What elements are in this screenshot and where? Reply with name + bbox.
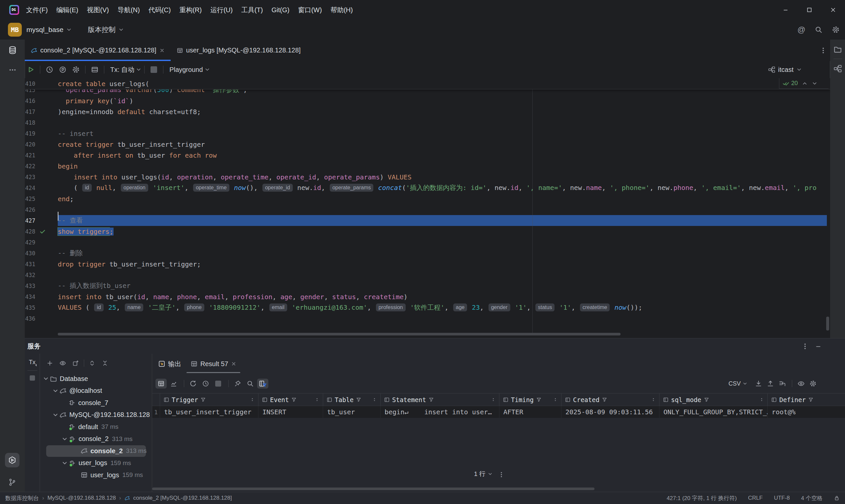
filter-icon[interactable] bbox=[356, 397, 362, 402]
settings-gear-icon[interactable] bbox=[832, 26, 840, 34]
chevron-down-icon[interactable] bbox=[52, 412, 59, 418]
services-tool-button[interactable] bbox=[5, 453, 19, 467]
code-line[interactable]: 425end; bbox=[25, 193, 830, 204]
code-line[interactable]: 423 insert into user_logs(id, operation,… bbox=[25, 172, 830, 182]
vcs-widget[interactable]: 版本控制 bbox=[88, 25, 116, 34]
filter-icon[interactable] bbox=[428, 397, 434, 402]
menu-item[interactable]: 重构(R) bbox=[175, 6, 206, 15]
menu-item[interactable]: 编辑(E) bbox=[52, 6, 83, 15]
code-editor[interactable]: 415 operate_params varchar(500) comment … bbox=[25, 78, 830, 338]
menu-item[interactable]: 视图(V) bbox=[83, 6, 113, 15]
next-problem-icon[interactable] bbox=[812, 80, 817, 86]
column-header-event[interactable]: Event bbox=[258, 394, 323, 406]
cell-created[interactable]: 2025-08-09 09:03:11.56 bbox=[561, 406, 659, 418]
chevron-down-icon[interactable] bbox=[52, 388, 59, 394]
mentions-icon[interactable]: @ bbox=[797, 25, 805, 34]
filter-icon[interactable] bbox=[704, 397, 709, 402]
maximize-button[interactable] bbox=[797, 0, 821, 20]
code-line[interactable]: 420create trigger tb_user_insert_trigger bbox=[25, 139, 830, 150]
cell-timing[interactable]: AFTER bbox=[499, 406, 561, 418]
chart-view-button[interactable] bbox=[168, 379, 179, 389]
chevron-down-icon[interactable] bbox=[42, 375, 49, 382]
column-header-definer[interactable]: Definer bbox=[768, 394, 845, 406]
in-editor-results-icon[interactable] bbox=[90, 65, 99, 74]
filter-icon[interactable] bbox=[808, 397, 814, 402]
sort-icon[interactable] bbox=[372, 397, 377, 402]
project-folder-icon[interactable] bbox=[833, 45, 842, 53]
explain-plan-icon[interactable] bbox=[58, 65, 67, 74]
run-button[interactable] bbox=[26, 65, 35, 74]
export-download-icon[interactable] bbox=[753, 379, 764, 389]
code-line[interactable]: 431drop trigger tb_user_insert_trigger; bbox=[25, 258, 830, 269]
tab-user-logs[interactable]: user_logs [MySQL-@192.168.128.128] bbox=[171, 40, 307, 61]
code-line[interactable]: 421 after insert on tb_user for each row bbox=[25, 150, 830, 161]
tab-console-2[interactable]: console_2 [MySQL-@192.168.128.128] bbox=[25, 40, 171, 61]
history-icon[interactable] bbox=[45, 65, 54, 74]
structure-icon[interactable] bbox=[833, 64, 842, 73]
grid-row[interactable]: 1 tb_user_insert_trigger INSERT tb_user … bbox=[152, 406, 845, 418]
close-icon[interactable] bbox=[231, 361, 236, 366]
tree-item-user-logs-table[interactable]: user_logs 159 ms bbox=[40, 469, 152, 481]
horizontal-scrollbar[interactable] bbox=[58, 333, 620, 336]
cell-definer[interactable]: root@% bbox=[768, 406, 845, 418]
tree-item-user-logs-session[interactable]: user_logs 159 ms bbox=[40, 457, 152, 469]
find-icon[interactable] bbox=[245, 379, 256, 389]
code-line[interactable]: 418 bbox=[25, 117, 830, 128]
cell-table[interactable]: tb_user bbox=[323, 406, 380, 418]
code-line[interactable]: 424 ( id null, operation 'insert', opera… bbox=[25, 182, 830, 193]
code-line[interactable]: 436 bbox=[25, 313, 830, 324]
code-line[interactable]: 432 bbox=[25, 269, 830, 281]
transpose-icon[interactable] bbox=[777, 379, 788, 389]
filter-icon[interactable] bbox=[602, 397, 608, 402]
menu-item[interactable]: 窗口(W) bbox=[294, 6, 326, 15]
horizontal-scrollbar[interactable] bbox=[152, 487, 595, 490]
git-branch-icon[interactable] bbox=[8, 478, 16, 486]
minimize-button[interactable] bbox=[774, 0, 797, 20]
project-selector[interactable]: mysql_base bbox=[27, 26, 64, 34]
sort-icon[interactable] bbox=[491, 397, 496, 402]
panel-options-icon[interactable] bbox=[802, 343, 809, 350]
auto-refresh-clock-icon[interactable] bbox=[200, 379, 211, 389]
grid-settings-gear-icon[interactable] bbox=[807, 379, 818, 389]
tab-result-57[interactable]: Result 57 bbox=[186, 354, 241, 374]
filter-icon[interactable] bbox=[200, 397, 206, 402]
breadcrumb-item[interactable]: MySQL-@192.168.128.128 bbox=[48, 495, 116, 501]
filter-icon[interactable] bbox=[291, 397, 297, 402]
project-badge[interactable]: MB bbox=[8, 23, 22, 37]
view-eye-icon[interactable] bbox=[795, 379, 807, 389]
view-options-eye-icon[interactable] bbox=[59, 360, 66, 366]
line-separator[interactable]: CRLF bbox=[748, 495, 762, 501]
expand-all-icon[interactable] bbox=[89, 360, 95, 366]
breadcrumb-item[interactable]: 数据库控制台 bbox=[5, 494, 39, 502]
page-size-dropdown[interactable]: 1 行 bbox=[474, 470, 493, 478]
sort-icon[interactable] bbox=[315, 397, 319, 402]
database-tool-icon[interactable] bbox=[8, 46, 17, 55]
code-line[interactable]: 416 primary key(`id`) bbox=[25, 95, 830, 106]
code-line[interactable]: 434insert into tb_user(id, name, phone, … bbox=[25, 291, 830, 302]
column-header-timing[interactable]: Timing bbox=[499, 394, 561, 406]
sort-icon[interactable] bbox=[250, 397, 255, 402]
column-header-statement[interactable]: Statement bbox=[380, 394, 499, 406]
sort-icon[interactable] bbox=[651, 397, 656, 402]
filter-columns-button[interactable] bbox=[257, 379, 268, 389]
menu-item[interactable]: 代码(C) bbox=[144, 6, 175, 15]
tx-mode-dropdown[interactable]: Tx: 自动 bbox=[110, 65, 134, 74]
tree-item-console-2-selected[interactable]: console_2 313 ms bbox=[40, 445, 152, 457]
playground-dropdown[interactable]: Playground bbox=[169, 66, 203, 74]
cell-statement[interactable]: begin↵ insert into user… bbox=[380, 406, 499, 418]
menu-item[interactable]: 文件(F) bbox=[22, 6, 52, 15]
chevron-down-icon[interactable] bbox=[61, 436, 68, 442]
column-header-created[interactable]: Created bbox=[561, 394, 659, 406]
code-line[interactable]: 417)engine=innodb default charset=utf8; bbox=[25, 106, 830, 117]
tree-item-default[interactable]: default 37 ms bbox=[40, 421, 152, 433]
code-line[interactable]: 426 bbox=[25, 204, 830, 215]
code-line[interactable]: 419-- insert bbox=[25, 128, 830, 139]
stop-refresh-button[interactable] bbox=[213, 379, 224, 389]
menu-item[interactable]: 运行(U) bbox=[206, 6, 237, 15]
write-access-lock-icon[interactable] bbox=[834, 495, 840, 501]
code-line[interactable]: 429 bbox=[25, 237, 830, 248]
code-line[interactable]: 430-- 删除 bbox=[25, 248, 830, 258]
caret-position[interactable]: 427:1 (20 字符, 1 行 换行符) bbox=[667, 494, 737, 502]
sort-icon[interactable] bbox=[553, 397, 558, 402]
prev-problem-icon[interactable] bbox=[802, 80, 808, 86]
